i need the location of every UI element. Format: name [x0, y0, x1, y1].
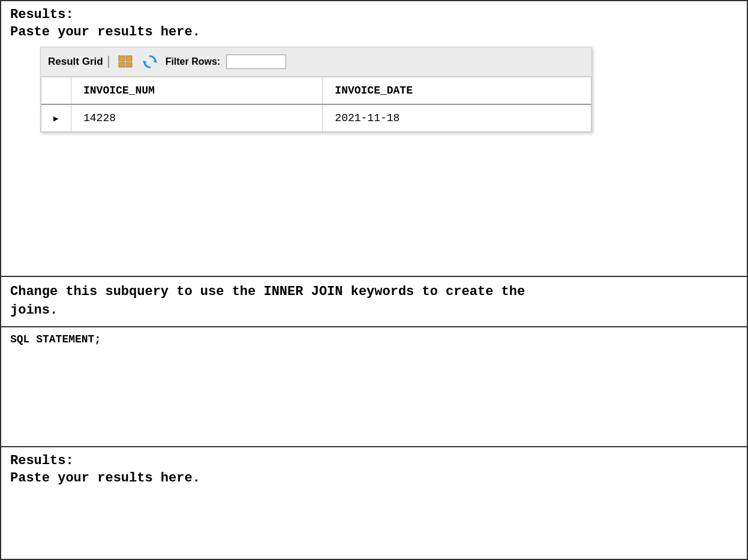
section-sql: SQL STATEMENT;	[1, 327, 747, 447]
filter-rows-label: Filter Rows:	[166, 56, 221, 67]
top-paste-text: Paste your results here.	[10, 25, 738, 40]
section-results-bottom: Results: Paste your results here.	[1, 447, 747, 559]
svg-marker-4	[153, 59, 157, 63]
svg-marker-5	[142, 61, 146, 65]
invoice-num-cell: 14228	[71, 104, 323, 132]
table-row: ▶ 14228 2021-11-18	[41, 104, 591, 132]
filter-rows-input[interactable]	[226, 55, 286, 69]
sql-statement-label: SQL STATEMENT;	[10, 333, 738, 345]
bottom-results-label: Results:	[10, 453, 738, 468]
instructions-text: Change this subquery to use the INNER JO…	[10, 283, 738, 320]
result-grid-label: Result Grid	[48, 56, 109, 68]
bottom-paste-text: Paste your results here.	[10, 471, 738, 486]
grid-icon-svg	[118, 55, 134, 68]
svg-rect-0	[119, 56, 125, 61]
top-results-label: Results:	[10, 7, 738, 22]
invoice-date-cell: 2021-11-18	[323, 104, 591, 132]
col-header-invoice-date: INVOICE_DATE	[323, 77, 591, 105]
instructions-line2: joins.	[10, 303, 58, 318]
grid-icon[interactable]	[118, 55, 134, 69]
refresh-svg	[142, 53, 158, 70]
row-arrow-cell: ▶	[41, 104, 71, 132]
svg-rect-3	[126, 62, 132, 67]
col-header-invoice-num: INVOICE_NUM	[71, 77, 323, 105]
data-table: INVOICE_NUM INVOICE_DATE ▶ 14228 2021-11…	[41, 77, 591, 132]
row-arrow-icon: ▶	[53, 114, 58, 124]
result-grid-container: Result Grid	[40, 47, 592, 133]
instructions-line1: Change this subquery to use the INNER JO…	[10, 284, 525, 299]
result-grid-toolbar: Result Grid	[41, 47, 591, 77]
svg-rect-2	[119, 62, 125, 67]
page-container: Results: Paste your results here. Result…	[0, 0, 748, 560]
svg-rect-1	[126, 56, 132, 61]
table-header-row: INVOICE_NUM INVOICE_DATE	[41, 77, 591, 105]
refresh-icon[interactable]	[140, 52, 160, 71]
col-header-row-indicator	[41, 77, 71, 105]
section-instructions: Change this subquery to use the INNER JO…	[1, 277, 747, 327]
section-results-top: Results: Paste your results here. Result…	[1, 1, 747, 277]
